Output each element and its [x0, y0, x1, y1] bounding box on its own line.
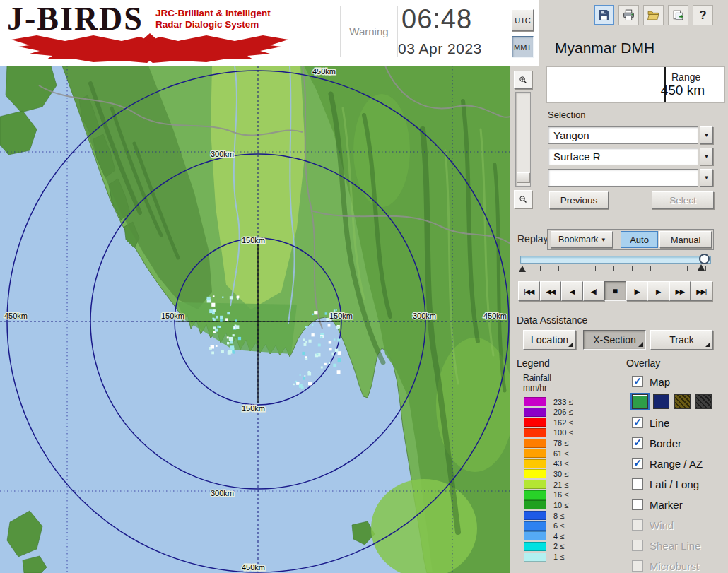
legend-row: 78 ≤ — [524, 439, 616, 448]
utc-button[interactable]: UTC — [512, 9, 534, 31]
manual-button[interactable]: Manual — [659, 231, 712, 248]
range-ring-label: 450km — [312, 67, 336, 76]
transport-skip-start-button[interactable]: |◀◀ — [518, 281, 540, 301]
legend-row: 8 ≤ — [524, 511, 616, 520]
legend-color-swatch — [524, 490, 546, 500]
overlay-item-marker[interactable]: Marker — [632, 497, 728, 512]
export-icon[interactable] — [668, 5, 688, 25]
site-dropdown-value[interactable]: Yangon — [548, 126, 698, 144]
overlay-item-border[interactable]: ✓Border — [632, 435, 728, 451]
zoom-in-button[interactable] — [514, 71, 532, 89]
open-folder-icon[interactable] — [643, 5, 664, 25]
xsection-button[interactable]: X-Section — [583, 330, 646, 350]
overlay-item-label: Wind — [650, 519, 674, 531]
overlay-item-line[interactable]: ✓Line — [632, 415, 728, 430]
map-style-swatch[interactable] — [695, 394, 712, 409]
previous-button[interactable]: Previous — [549, 191, 609, 209]
legend-value: 30 ≤ — [553, 470, 568, 478]
bookmark-label: Bookmark — [558, 235, 598, 244]
overlay-item-label: Microburst — [650, 560, 699, 572]
legend-value: 2 ≤ — [553, 542, 564, 550]
map-style-swatch[interactable] — [632, 394, 648, 409]
legend-value: 16 ≤ — [553, 490, 568, 499]
radar-map[interactable]: 450km300km150km450km150km150km300km450km… — [0, 66, 510, 573]
zoom-slider[interactable] — [515, 92, 531, 187]
time-slider-handle[interactable] — [699, 254, 710, 264]
time-slider-track[interactable] — [520, 256, 711, 264]
legend-value: 162 ≤ — [553, 418, 573, 427]
print-icon[interactable] — [618, 5, 639, 25]
transport-step-forward-button[interactable]: |▶ — [626, 281, 648, 301]
chevron-down-icon[interactable]: ▼ — [700, 126, 713, 144]
legend-row: 100 ≤ — [524, 428, 616, 437]
help-icon[interactable]: ? — [693, 5, 713, 25]
extra-dropdown-value[interactable] — [548, 169, 698, 187]
zoom-slider-thumb[interactable] — [517, 172, 529, 182]
legend-row: 61 ≤ — [524, 449, 616, 458]
extra-dropdown[interactable]: ▼ — [548, 169, 713, 187]
save-icon[interactable] — [594, 5, 614, 25]
legend-unit-line2: mm/hr — [523, 383, 547, 393]
legend-color-swatch — [524, 480, 546, 489]
mmt-button[interactable]: MMT — [512, 36, 534, 58]
range-ring-label: 300km — [211, 150, 234, 158]
track-button[interactable]: Track — [650, 330, 713, 350]
checkbox-checked[interactable]: ✓ — [632, 458, 643, 469]
overlay-item-label: Line — [650, 417, 669, 429]
eagle-icon — [8, 33, 291, 64]
legend-scale: 233 ≤206 ≤162 ≤100 ≤78 ≤61 ≤43 ≤30 ≤21 ≤… — [524, 397, 616, 562]
transport-fast-forward-button[interactable]: ▶▶ — [669, 281, 691, 301]
overlay-item-microburst: Microburst — [632, 558, 728, 573]
overlay-item-range-az[interactable]: ✓Range / AZ — [632, 456, 728, 471]
overlay-item-label: Shear Line — [650, 540, 701, 552]
slider-tick — [595, 266, 596, 271]
overlay-item-lati-long[interactable]: Lati / Long — [632, 476, 728, 492]
legend-row: 30 ≤ — [524, 469, 616, 478]
transport-play-backward-button[interactable]: ◀ — [561, 281, 583, 301]
checkbox-checked[interactable]: ✓ — [632, 417, 643, 428]
legend-row: 16 ≤ — [524, 490, 616, 500]
overlay-list: ✓Map✓Line✓Border✓Range / AZLati / LongMa… — [632, 374, 728, 573]
map-style-swatch[interactable] — [653, 394, 669, 409]
slider-tick — [632, 266, 633, 271]
checkbox-unchecked[interactable] — [632, 499, 643, 510]
slider-tick — [613, 266, 614, 271]
chevron-down-icon: ▾ — [601, 237, 605, 243]
transport-play-button[interactable]: ▶ — [647, 281, 669, 301]
transport-stop-button[interactable]: ■ — [604, 281, 626, 301]
product-dropdown-value[interactable]: Surface R — [548, 148, 698, 165]
clock-time: 06:48 — [401, 4, 472, 35]
range-ring-label: 150km — [329, 312, 353, 320]
legend-value: 78 ≤ — [553, 439, 568, 447]
product-dropdown[interactable]: Surface R ▼ — [548, 148, 713, 165]
range-ring-label: 450km — [4, 312, 28, 320]
site-dropdown[interactable]: Yangon ▼ — [548, 126, 713, 144]
time-slider[interactable] — [519, 254, 715, 276]
transport-rewind-button[interactable]: ◀◀ — [540, 281, 562, 301]
location-button[interactable]: Location — [523, 330, 576, 350]
overlay-item-map[interactable]: ✓Map — [632, 374, 728, 389]
overlay-item-label: Lati / Long — [650, 478, 699, 490]
legend-color-swatch — [524, 408, 546, 417]
chevron-down-icon[interactable]: ▼ — [700, 169, 713, 187]
checkbox-unchecked[interactable] — [632, 478, 643, 490]
legend-value: 1 ≤ — [553, 553, 564, 561]
slider-start-marker — [519, 266, 526, 272]
zoom-out-button[interactable] — [514, 190, 532, 208]
checkbox-checked[interactable]: ✓ — [632, 437, 643, 449]
bookmark-button[interactable]: Bookmark ▾ — [551, 231, 613, 248]
clock-date: 03 Apr 2023 — [398, 40, 482, 57]
select-button[interactable]: Select — [652, 191, 714, 209]
replay-label: Replay — [517, 233, 548, 244]
map-style-swatch[interactable] — [674, 394, 691, 409]
transport-skip-end-button[interactable]: ▶▶| — [691, 281, 712, 301]
auto-button[interactable]: Auto — [621, 231, 658, 248]
transport-step-back-button[interactable]: ◀| — [583, 281, 605, 301]
legend-row: 43 ≤ — [524, 459, 616, 468]
control-panel: Range 450 km Selection Yangon ▼ Surface … — [510, 66, 728, 573]
chevron-down-icon[interactable]: ▼ — [700, 148, 713, 165]
toolbar: ? — [594, 5, 713, 25]
station-title: Myanmar DMH — [555, 40, 654, 57]
slider-position-marker — [698, 264, 705, 271]
checkbox-checked[interactable]: ✓ — [632, 376, 643, 387]
